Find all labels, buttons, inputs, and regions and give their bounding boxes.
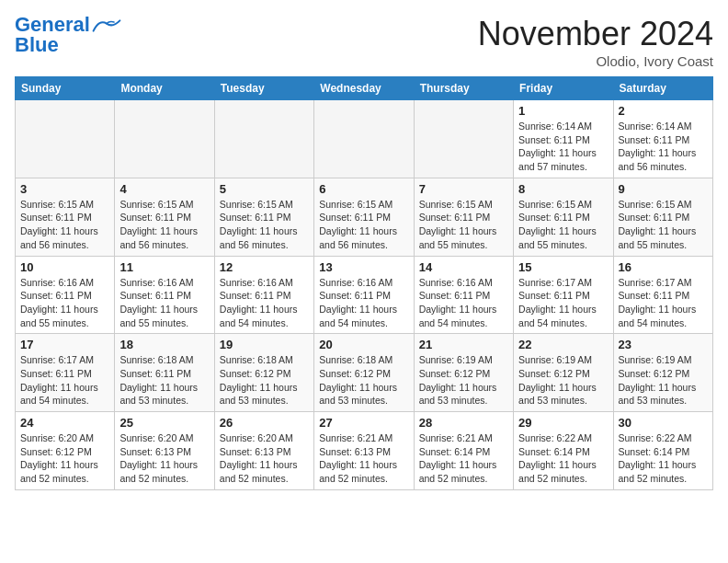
day-info: Sunrise: 6:17 AMSunset: 6:11 PMDaylight:… bbox=[518, 276, 608, 330]
day-cell: 25 Sunrise: 6:20 AMSunset: 6:13 PMDaylig… bbox=[115, 412, 214, 490]
day-cell bbox=[314, 100, 414, 178]
day-info: Sunrise: 6:15 AMSunset: 6:11 PMDaylight:… bbox=[20, 198, 109, 252]
day-cell: 21 Sunrise: 6:19 AMSunset: 6:12 PMDaylig… bbox=[414, 334, 513, 412]
day-number: 9 bbox=[619, 182, 708, 196]
day-number: 21 bbox=[419, 338, 508, 351]
logo: GeneralBlue bbox=[15, 15, 121, 55]
location: Olodio, Ivory Coast bbox=[478, 53, 713, 69]
day-info: Sunrise: 6:21 AMSunset: 6:14 PMDaylight:… bbox=[419, 431, 508, 486]
day-info: Sunrise: 6:15 AMSunset: 6:11 PMDaylight:… bbox=[518, 198, 608, 252]
day-info: Sunrise: 6:17 AMSunset: 6:11 PMDaylight:… bbox=[20, 353, 109, 408]
day-cell: 11 Sunrise: 6:16 AMSunset: 6:11 PMDaylig… bbox=[115, 256, 214, 334]
day-cell bbox=[16, 100, 115, 178]
day-number: 29 bbox=[518, 416, 608, 430]
day-cell bbox=[414, 100, 513, 178]
day-cell: 15 Sunrise: 6:17 AMSunset: 6:11 PMDaylig… bbox=[514, 256, 613, 334]
calendar-body: 1 Sunrise: 6:14 AMSunset: 6:11 PMDayligh… bbox=[16, 100, 713, 490]
week-row-5: 24 Sunrise: 6:20 AMSunset: 6:12 PMDaylig… bbox=[16, 412, 713, 490]
day-number: 18 bbox=[119, 338, 209, 351]
weekday-sunday: Sunday bbox=[16, 77, 115, 100]
day-number: 25 bbox=[119, 416, 209, 430]
day-info: Sunrise: 6:15 AMSunset: 6:11 PMDaylight:… bbox=[319, 198, 408, 252]
day-info: Sunrise: 6:16 AMSunset: 6:11 PMDaylight:… bbox=[419, 276, 508, 330]
day-cell: 19 Sunrise: 6:18 AMSunset: 6:12 PMDaylig… bbox=[214, 334, 313, 412]
day-cell: 8 Sunrise: 6:15 AMSunset: 6:11 PMDayligh… bbox=[514, 178, 613, 256]
day-number: 27 bbox=[319, 416, 408, 430]
day-info: Sunrise: 6:21 AMSunset: 6:13 PMDaylight:… bbox=[319, 431, 408, 486]
day-info: Sunrise: 6:15 AMSunset: 6:11 PMDaylight:… bbox=[619, 198, 708, 252]
day-cell: 23 Sunrise: 6:19 AMSunset: 6:12 PMDaylig… bbox=[613, 334, 712, 412]
week-row-1: 1 Sunrise: 6:14 AMSunset: 6:11 PMDayligh… bbox=[16, 100, 713, 178]
day-cell: 14 Sunrise: 6:16 AMSunset: 6:11 PMDaylig… bbox=[414, 256, 513, 334]
day-cell: 29 Sunrise: 6:22 AMSunset: 6:14 PMDaylig… bbox=[514, 412, 613, 490]
day-number: 17 bbox=[20, 338, 109, 351]
week-row-4: 17 Sunrise: 6:17 AMSunset: 6:11 PMDaylig… bbox=[16, 334, 713, 412]
day-cell: 1 Sunrise: 6:14 AMSunset: 6:11 PMDayligh… bbox=[514, 100, 613, 178]
logo-bird-icon bbox=[92, 17, 121, 34]
day-info: Sunrise: 6:16 AMSunset: 6:11 PMDaylight:… bbox=[220, 276, 309, 330]
day-number: 4 bbox=[119, 182, 209, 196]
day-cell: 4 Sunrise: 6:15 AMSunset: 6:11 PMDayligh… bbox=[115, 178, 214, 256]
day-info: Sunrise: 6:17 AMSunset: 6:11 PMDaylight:… bbox=[619, 276, 708, 330]
day-cell: 12 Sunrise: 6:16 AMSunset: 6:11 PMDaylig… bbox=[214, 256, 313, 334]
day-info: Sunrise: 6:22 AMSunset: 6:14 PMDaylight:… bbox=[518, 431, 608, 486]
week-row-3: 10 Sunrise: 6:16 AMSunset: 6:11 PMDaylig… bbox=[16, 256, 713, 334]
day-cell: 7 Sunrise: 6:15 AMSunset: 6:11 PMDayligh… bbox=[414, 178, 513, 256]
weekday-tuesday: Tuesday bbox=[214, 77, 313, 100]
weekday-saturday: Saturday bbox=[613, 77, 712, 100]
day-number: 7 bbox=[419, 182, 508, 196]
day-cell: 20 Sunrise: 6:18 AMSunset: 6:12 PMDaylig… bbox=[314, 334, 414, 412]
day-number: 1 bbox=[518, 104, 608, 118]
day-number: 3 bbox=[20, 182, 109, 196]
day-info: Sunrise: 6:15 AMSunset: 6:11 PMDaylight:… bbox=[220, 198, 309, 252]
weekday-monday: Monday bbox=[115, 77, 214, 100]
day-number: 30 bbox=[619, 416, 708, 430]
day-number: 20 bbox=[319, 338, 408, 351]
day-number: 14 bbox=[419, 260, 508, 274]
day-number: 26 bbox=[220, 416, 309, 430]
day-number: 24 bbox=[20, 416, 109, 430]
weekday-header-row: SundayMondayTuesdayWednesdayThursdayFrid… bbox=[16, 77, 713, 100]
day-cell: 28 Sunrise: 6:21 AMSunset: 6:14 PMDaylig… bbox=[414, 412, 513, 490]
day-cell bbox=[115, 100, 214, 178]
day-cell: 3 Sunrise: 6:15 AMSunset: 6:11 PMDayligh… bbox=[16, 178, 115, 256]
day-number: 6 bbox=[319, 182, 408, 196]
day-cell: 2 Sunrise: 6:14 AMSunset: 6:11 PMDayligh… bbox=[613, 100, 712, 178]
day-number: 11 bbox=[119, 260, 209, 274]
day-info: Sunrise: 6:14 AMSunset: 6:11 PMDaylight:… bbox=[619, 120, 708, 174]
day-number: 10 bbox=[20, 260, 109, 274]
day-info: Sunrise: 6:20 AMSunset: 6:13 PMDaylight:… bbox=[119, 431, 209, 486]
day-info: Sunrise: 6:14 AMSunset: 6:11 PMDaylight:… bbox=[518, 120, 608, 174]
day-info: Sunrise: 6:20 AMSunset: 6:13 PMDaylight:… bbox=[220, 431, 309, 486]
day-cell bbox=[214, 100, 313, 178]
day-info: Sunrise: 6:16 AMSunset: 6:11 PMDaylight:… bbox=[319, 276, 408, 330]
day-info: Sunrise: 6:15 AMSunset: 6:11 PMDaylight:… bbox=[119, 198, 209, 252]
day-cell: 9 Sunrise: 6:15 AMSunset: 6:11 PMDayligh… bbox=[613, 178, 712, 256]
day-cell: 27 Sunrise: 6:21 AMSunset: 6:13 PMDaylig… bbox=[314, 412, 414, 490]
day-cell: 5 Sunrise: 6:15 AMSunset: 6:11 PMDayligh… bbox=[214, 178, 313, 256]
day-info: Sunrise: 6:19 AMSunset: 6:12 PMDaylight:… bbox=[518, 353, 608, 408]
day-cell: 30 Sunrise: 6:22 AMSunset: 6:14 PMDaylig… bbox=[613, 412, 712, 490]
day-number: 2 bbox=[619, 104, 708, 118]
day-number: 12 bbox=[220, 260, 309, 274]
day-info: Sunrise: 6:16 AMSunset: 6:11 PMDaylight:… bbox=[119, 276, 209, 330]
weekday-wednesday: Wednesday bbox=[314, 77, 414, 100]
day-info: Sunrise: 6:18 AMSunset: 6:12 PMDaylight:… bbox=[319, 353, 408, 408]
day-info: Sunrise: 6:18 AMSunset: 6:12 PMDaylight:… bbox=[220, 353, 309, 408]
page-header: GeneralBlue November 2024 Olodio, Ivory … bbox=[15, 15, 713, 69]
day-number: 23 bbox=[619, 338, 708, 351]
calendar-table: SundayMondayTuesdayWednesdayThursdayFrid… bbox=[15, 76, 713, 490]
day-cell: 10 Sunrise: 6:16 AMSunset: 6:11 PMDaylig… bbox=[16, 256, 115, 334]
day-cell: 6 Sunrise: 6:15 AMSunset: 6:11 PMDayligh… bbox=[314, 178, 414, 256]
title-block: November 2024 Olodio, Ivory Coast bbox=[478, 15, 713, 69]
day-cell: 17 Sunrise: 6:17 AMSunset: 6:11 PMDaylig… bbox=[16, 334, 115, 412]
day-info: Sunrise: 6:18 AMSunset: 6:11 PMDaylight:… bbox=[119, 353, 209, 408]
day-info: Sunrise: 6:15 AMSunset: 6:11 PMDaylight:… bbox=[419, 198, 508, 252]
weekday-thursday: Thursday bbox=[414, 77, 513, 100]
day-cell: 18 Sunrise: 6:18 AMSunset: 6:11 PMDaylig… bbox=[115, 334, 214, 412]
day-number: 16 bbox=[619, 260, 708, 274]
day-cell: 24 Sunrise: 6:20 AMSunset: 6:12 PMDaylig… bbox=[16, 412, 115, 490]
day-cell: 26 Sunrise: 6:20 AMSunset: 6:13 PMDaylig… bbox=[214, 412, 313, 490]
day-info: Sunrise: 6:19 AMSunset: 6:12 PMDaylight:… bbox=[619, 353, 708, 408]
day-number: 28 bbox=[419, 416, 508, 430]
